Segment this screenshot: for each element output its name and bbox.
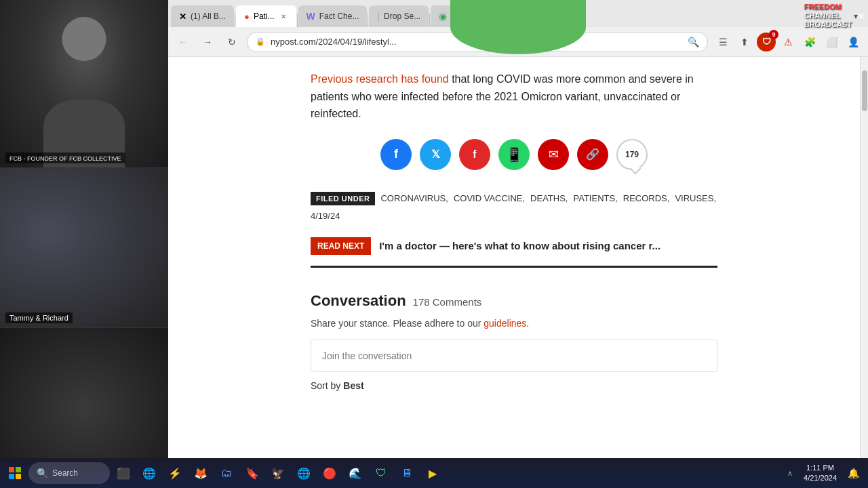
taskbar-icon-3[interactable]: 🗂 bbox=[214, 461, 239, 485]
tag-records[interactable]: RECORDS, bbox=[623, 193, 670, 203]
conversation-input[interactable] bbox=[311, 340, 717, 372]
taskbar-time[interactable]: 1:11 PM 4/21/2024 bbox=[804, 463, 840, 484]
taskbar-icon-6[interactable]: 🌐 bbox=[292, 461, 316, 485]
webcam-feed-1: FCB - FOUNDER OF FCB COLLECTIVE bbox=[0, 0, 168, 168]
whatsapp-share-button[interactable]: 📱 bbox=[498, 139, 530, 170]
person2-name-label: Tammy & Richard bbox=[5, 312, 73, 323]
article-link[interactable]: Previous research has found bbox=[311, 73, 449, 85]
forward-button[interactable]: → bbox=[198, 33, 217, 52]
conversation-count: 178 Comments bbox=[413, 296, 482, 308]
flipboard-share-button[interactable]: f bbox=[459, 139, 490, 170]
tag-deaths[interactable]: DEATHS, bbox=[530, 193, 568, 203]
tab-4[interactable]: | Drop Se... bbox=[369, 5, 429, 27]
taskbar-icon-11[interactable]: ▶ bbox=[420, 461, 445, 485]
filed-under-row: FILED UNDER CORONAVIRUS, COVID VACCINE, … bbox=[311, 186, 717, 226]
system-tray-icon: ∧ bbox=[787, 469, 793, 478]
article-date: 4/19/24 bbox=[311, 211, 340, 221]
tab4-label: Drop Se... bbox=[384, 12, 420, 21]
fcb-freedom-text: FREEDOM bbox=[804, 3, 842, 11]
browser-window: ✕ (1) All B... ● Pati... ✕ W Fact Che...… bbox=[168, 0, 868, 488]
facebook-share-button[interactable]: f bbox=[380, 139, 412, 170]
start-button[interactable] bbox=[3, 461, 27, 485]
fcb-logo-text: FREEDOM CHANNEL BROADCAST bbox=[804, 3, 852, 30]
taskbar-search[interactable]: 🔍 Search bbox=[28, 462, 110, 484]
sort-by-value[interactable]: Best bbox=[343, 380, 363, 391]
sort-by-row: Sort by Best bbox=[311, 380, 717, 391]
taskbar: 🔍 Search ⬛ 🌐 ⚡ 🦊 🗂 🔖 🦅 🌐 🔴 🌊 🛡 🖥 ▶ bbox=[0, 458, 868, 488]
tag-coronavirus[interactable]: CORONAVIRUS, bbox=[380, 193, 448, 203]
toolbar-icons: ☰ ⬆ 🛡 9 ⚠ 🧩 ⬜ 👤 bbox=[713, 33, 863, 52]
taskbar-icon-1[interactable]: ⚡ bbox=[163, 461, 187, 485]
guidelines-link[interactable]: guidelines bbox=[484, 318, 526, 329]
svg-rect-3 bbox=[16, 474, 21, 479]
refresh-button[interactable]: ↻ bbox=[222, 33, 241, 52]
green-blob-decoration bbox=[450, 0, 586, 54]
tab2-close[interactable]: ✕ bbox=[279, 12, 288, 21]
taskbar-icon-9[interactable]: 🛡 bbox=[369, 461, 393, 485]
scrollbar-thumb[interactable] bbox=[862, 70, 867, 111]
tab-3[interactable]: W Fact Che... bbox=[298, 5, 368, 27]
tag-patients[interactable]: PATIENTS, bbox=[574, 193, 618, 203]
system-tray[interactable]: ∧ bbox=[778, 461, 802, 485]
taskbar-icon-4[interactable]: 🔖 bbox=[240, 461, 264, 485]
email-icon: ✉ bbox=[549, 147, 559, 162]
copy-link-button[interactable]: 🔗 bbox=[577, 139, 608, 170]
twitter-icon: 𝕏 bbox=[431, 148, 440, 161]
page-main: Previous research has found that long CO… bbox=[168, 57, 860, 488]
tab-1[interactable]: ✕ (1) All B... bbox=[171, 5, 234, 27]
taskbar-icon-5-glyph: 🦅 bbox=[271, 467, 285, 480]
webcam-feed-2: Tammy & Richard bbox=[0, 168, 168, 328]
filed-under-label: FILED UNDER bbox=[311, 192, 375, 205]
tag-viruses[interactable]: VIRUSES, bbox=[675, 193, 716, 203]
read-next-label: READ NEXT bbox=[311, 237, 371, 255]
page-scrollbar[interactable] bbox=[860, 57, 868, 488]
sidebar-toggle[interactable]: ⬜ bbox=[822, 33, 841, 52]
svg-rect-1 bbox=[16, 467, 21, 472]
tag-covid-vaccine[interactable]: COVID VACCINE, bbox=[454, 193, 525, 203]
taskbar-icon-7[interactable]: 🔴 bbox=[317, 461, 342, 485]
lock-icon: 🔒 bbox=[256, 37, 265, 46]
read-next-text[interactable]: I'm a doctor — here's what to know about… bbox=[379, 240, 660, 251]
copy-icon: 🔗 bbox=[586, 148, 599, 161]
tab-2[interactable]: ● Pati... ✕ bbox=[236, 5, 296, 27]
page-content: Previous research has found that long CO… bbox=[168, 57, 868, 488]
task-view-button[interactable]: ⬛ bbox=[111, 461, 136, 485]
conversation-header: Conversation 178 Comments bbox=[311, 292, 717, 310]
comments-count-button[interactable]: 179 bbox=[616, 139, 648, 170]
taskbar-icon-5[interactable]: 🦅 bbox=[266, 461, 290, 485]
back-button[interactable]: ← bbox=[174, 33, 193, 52]
tab5-icon: ◉ bbox=[439, 11, 447, 22]
warning-icon[interactable]: ⚠ bbox=[778, 33, 797, 52]
extensions-button[interactable]: 🧩 bbox=[800, 33, 819, 52]
taskbar-icon-2[interactable]: 🦊 bbox=[189, 461, 213, 485]
social-share-row: f 𝕏 f 📱 ✉ 🔗 bbox=[311, 139, 717, 170]
webcam-panel: FCB - FOUNDER OF FCB COLLECTIVE Tammy & … bbox=[0, 0, 168, 488]
taskbar-icon-10[interactable]: 🖥 bbox=[395, 461, 419, 485]
browser-taskbar-button[interactable]: 🌐 bbox=[137, 461, 161, 485]
notification-button[interactable]: 🔔 bbox=[841, 461, 865, 485]
fcb-close-button[interactable]: ✕ bbox=[857, 11, 865, 22]
facebook-icon: f bbox=[394, 147, 398, 161]
person1-name-label: FCB - FOUNDER OF FCB COLLECTIVE bbox=[5, 152, 125, 163]
whatsapp-icon: 📱 bbox=[506, 146, 523, 163]
person1-video bbox=[0, 0, 168, 167]
article-paragraph: Previous research has found that long CO… bbox=[311, 70, 717, 123]
share-button[interactable]: ⬆ bbox=[735, 33, 754, 52]
tab2-icon: ● bbox=[244, 12, 250, 22]
security-badge[interactable]: 🛡 9 bbox=[757, 33, 776, 52]
svg-rect-2 bbox=[9, 474, 14, 479]
fcb-logo: FREEDOM CHANNEL BROADCAST ✕ bbox=[804, 3, 865, 30]
taskbar-icon-7-glyph: 🔴 bbox=[323, 467, 336, 480]
clock-time: 1:11 PM bbox=[806, 463, 834, 473]
taskbar-icon-8-glyph: 🌊 bbox=[349, 467, 362, 480]
reader-view-button[interactable]: ☰ bbox=[713, 33, 732, 52]
twitter-share-button[interactable]: 𝕏 bbox=[420, 139, 451, 170]
profile-button[interactable]: 👤 bbox=[844, 33, 863, 52]
tab2-label: Pati... bbox=[254, 12, 275, 21]
clock-date: 4/21/2024 bbox=[804, 473, 837, 483]
email-share-button[interactable]: ✉ bbox=[538, 139, 569, 170]
person2-video bbox=[0, 168, 168, 327]
search-icon: 🔍 bbox=[37, 468, 48, 479]
flipboard-icon: f bbox=[473, 148, 476, 161]
taskbar-icon-8[interactable]: 🌊 bbox=[343, 461, 368, 485]
